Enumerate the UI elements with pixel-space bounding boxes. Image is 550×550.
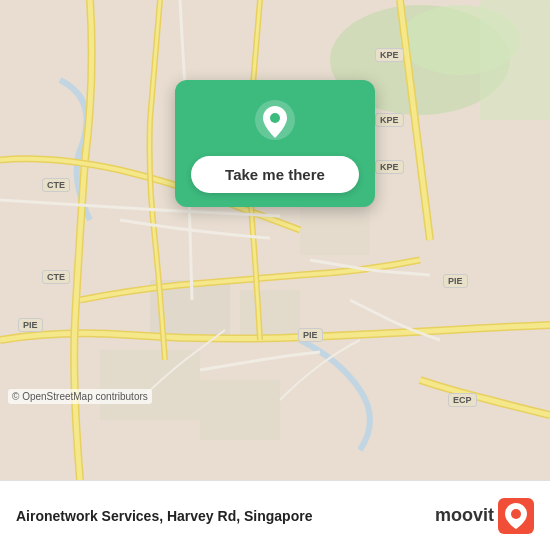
road-label-pie-2: PIE bbox=[298, 328, 323, 342]
road-label-pie-3: PIE bbox=[443, 274, 468, 288]
road-label-ecp: ECP bbox=[448, 393, 477, 407]
map-container: CTE CTE KPE KPE KPE PIE PIE PIE ECP Take… bbox=[0, 0, 550, 480]
moovit-text: moovit bbox=[435, 505, 494, 526]
road-label-kpe-1: KPE bbox=[375, 48, 404, 62]
take-me-there-button[interactable]: Take me there bbox=[191, 156, 359, 193]
location-name: Aironetwork Services, Harvey Rd, Singapo… bbox=[16, 508, 435, 524]
moovit-logo: moovit bbox=[435, 498, 534, 534]
svg-point-12 bbox=[511, 509, 521, 519]
road-label-pie-1: PIE bbox=[18, 318, 43, 332]
location-card: Take me there bbox=[175, 80, 375, 207]
moovit-brand-icon bbox=[498, 498, 534, 534]
location-info: Aironetwork Services, Harvey Rd, Singapo… bbox=[16, 508, 435, 524]
road-label-kpe-3: KPE bbox=[375, 160, 404, 174]
copyright-text: © OpenStreetMap contributors bbox=[8, 389, 152, 404]
svg-point-10 bbox=[270, 113, 280, 123]
svg-rect-3 bbox=[480, 0, 550, 120]
map-svg bbox=[0, 0, 550, 480]
svg-rect-5 bbox=[240, 290, 300, 340]
svg-rect-7 bbox=[200, 380, 280, 440]
road-label-kpe-2: KPE bbox=[375, 113, 404, 127]
bottom-bar: Aironetwork Services, Harvey Rd, Singapo… bbox=[0, 480, 550, 550]
road-label-cte-2: CTE bbox=[42, 270, 70, 284]
svg-rect-8 bbox=[300, 200, 370, 255]
pin-icon bbox=[251, 98, 299, 146]
road-label-cte-1: CTE bbox=[42, 178, 70, 192]
